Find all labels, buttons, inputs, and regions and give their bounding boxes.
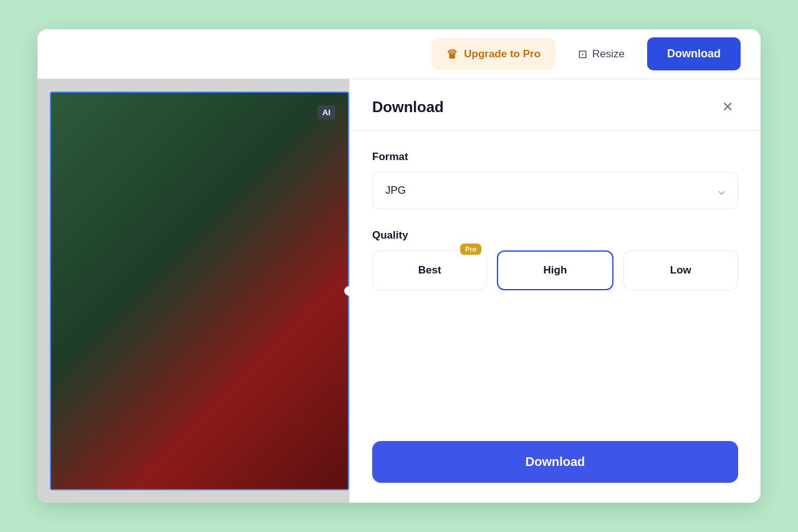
format-section: Format JPG ⌵ — [372, 151, 738, 209]
format-label: Format — [372, 151, 738, 163]
quality-low-button[interactable]: Low — [623, 250, 738, 290]
canvas-inner: AI — [50, 92, 349, 490]
upgrade-label: Upgrade to Pro — [464, 48, 541, 60]
format-selected-value: JPG — [385, 184, 406, 197]
upgrade-to-pro-button[interactable]: ♛ Upgrade to Pro — [431, 38, 555, 70]
crown-icon: ♛ — [446, 47, 458, 62]
close-icon: ✕ — [722, 99, 733, 115]
panel-header: Download ✕ — [350, 79, 761, 131]
panel-body: Format JPG ⌵ Quality Pro Best — [350, 131, 761, 441]
download-header-button[interactable]: Download — [647, 37, 741, 70]
quality-low-label: Low — [670, 264, 691, 276]
quality-options: Pro Best High Low — [372, 250, 738, 290]
panel-footer: Download — [350, 441, 761, 503]
quality-best-label: Best — [418, 264, 441, 276]
close-button[interactable]: ✕ — [717, 97, 738, 118]
quality-best-button[interactable]: Pro Best — [372, 250, 487, 290]
quality-high-button[interactable]: High — [497, 250, 613, 290]
quality-high-label: High — [544, 264, 567, 276]
ai-badge: AI — [317, 105, 335, 120]
panel-title: Download — [372, 98, 444, 116]
resize-icon: ⊡ — [578, 47, 587, 61]
pro-badge: Pro — [460, 244, 481, 255]
resize-label: Resize — [592, 48, 625, 60]
resize-button[interactable]: ⊡ Resize — [565, 39, 637, 70]
main-content: AI Download ✕ Format JPG ⌵ — [37, 79, 761, 503]
quality-label: Quality — [372, 229, 738, 242]
download-panel: Download ✕ Format JPG ⌵ Quality — [349, 79, 761, 503]
toolbar: ♛ Upgrade to Pro ⊡ Resize Download — [37, 29, 761, 79]
canvas-area: AI — [37, 79, 349, 503]
chevron-down-icon: ⌵ — [718, 184, 725, 197]
app-container: ♛ Upgrade to Pro ⊡ Resize Download AI Do… — [37, 29, 761, 503]
quality-section: Quality Pro Best High Low — [372, 229, 738, 290]
download-action-button[interactable]: Download — [372, 441, 738, 483]
image-preview: AI — [50, 92, 349, 490]
format-select[interactable]: JPG ⌵ — [372, 172, 738, 209]
